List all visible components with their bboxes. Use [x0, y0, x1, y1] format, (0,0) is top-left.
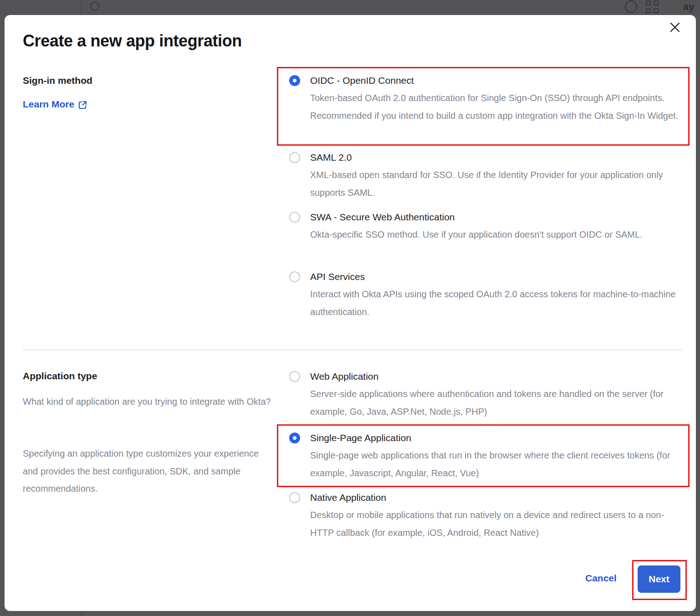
radio-swa[interactable] — [289, 212, 300, 223]
background-user-text: ay — [683, 1, 694, 13]
radio-native-application[interactable] — [289, 492, 300, 503]
option-description: Token-based OAuth 2.0 authentication for… — [310, 89, 683, 124]
option-web-application[interactable]: Web Application Server-side applications… — [278, 364, 688, 423]
option-native-application[interactable]: Native Application Desktop or mobile app… — [278, 485, 688, 545]
cancel-button[interactable]: Cancel — [585, 573, 617, 584]
learn-more-link[interactable]: Learn More — [23, 99, 87, 110]
radio-oidc-selected[interactable] — [289, 75, 300, 86]
application-type-explanation: Specifying an application type customize… — [23, 445, 272, 498]
next-button[interactable]: Next — [638, 565, 680, 593]
option-single-page-application[interactable]: Single-Page Application Single-page web … — [277, 424, 690, 487]
option-label[interactable]: SWA - Secure Web Authentication — [310, 211, 455, 224]
option-label[interactable]: Single-Page Application — [310, 432, 411, 444]
background-sidebar-divider-bottom — [81, 611, 82, 616]
option-description: Okta-specific SSO method. Use if your ap… — [310, 226, 683, 244]
signin-method-label: Sign-in method — [23, 75, 92, 86]
dimmed-background-topbar: ay — [0, 0, 700, 15]
option-label[interactable]: SAML 2.0 — [310, 151, 352, 164]
option-description: Desktop or mobile applications that run … — [310, 506, 683, 541]
learn-more-label: Learn More — [23, 99, 74, 110]
option-label[interactable]: OIDC - OpenID Connect — [310, 74, 414, 87]
radio-api-services[interactable] — [289, 271, 300, 282]
section-divider — [23, 350, 682, 350]
option-swa-secure-web-authentication[interactable]: SWA - Secure Web Authentication Okta-spe… — [278, 205, 688, 264]
close-icon[interactable] — [666, 18, 684, 36]
background-sidebar-divider — [81, 0, 82, 15]
option-saml-2-0[interactable]: SAML 2.0 XML-based open standard for SSO… — [278, 145, 688, 204]
application-type-question: What kind of application are you trying … — [23, 393, 272, 411]
create-app-integration-modal: Create a new app integration Sign-in met… — [5, 15, 696, 611]
option-label[interactable]: Web Application — [310, 370, 378, 383]
radio-saml[interactable] — [289, 152, 300, 163]
option-label[interactable]: Native Application — [310, 491, 386, 504]
external-link-icon — [78, 101, 87, 109]
next-button-highlight-box: Next — [632, 560, 687, 600]
radio-spa-selected[interactable] — [289, 433, 300, 443]
option-description: Server-side applications where authentic… — [310, 385, 683, 420]
option-api-services[interactable]: API Services Interact with Okta APIs usi… — [278, 265, 688, 324]
application-type-label: Application type — [23, 371, 97, 382]
radio-web-application[interactable] — [289, 371, 300, 382]
option-description: XML-based open standard for SSO. Use if … — [310, 166, 683, 201]
option-label[interactable]: API Services — [310, 270, 365, 283]
search-icon — [90, 2, 99, 11]
option-oidc-openid-connect[interactable]: OIDC - OpenID Connect Token-based OAuth … — [277, 67, 690, 146]
page-title: Create a new app integration — [23, 31, 242, 51]
option-description: Single-page web applications that run in… — [310, 447, 683, 482]
option-description: Interact with Okta APIs using the scoped… — [310, 285, 683, 321]
apps-grid-icon — [646, 0, 659, 13]
help-icon — [625, 0, 637, 13]
